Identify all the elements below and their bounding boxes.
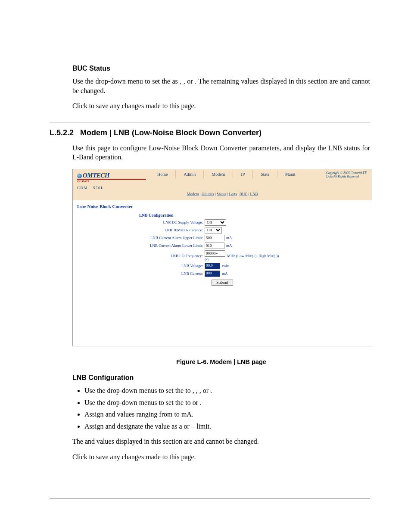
lnb-config-heading: LNB Configuration <box>72 374 370 382</box>
copyright-text: Copyright © 2005 Comtech EF Data All Rig… <box>326 169 372 179</box>
unit-lo-freq: MHz (Low Mix(+), High Mix(-)) <box>227 254 279 258</box>
tab-admin[interactable]: Admin <box>176 170 204 178</box>
list-item: Assign and values ranging from to mA. <box>84 410 370 419</box>
subnav-lnb[interactable]: LNB <box>250 192 258 196</box>
logo-block: OMTECH EF DATA CDM - 570L <box>73 169 149 192</box>
label-alarm-upper: LNB Current Alarm Upper Limit: <box>130 236 205 240</box>
section-heading-l522: L.5.2.2 Modem | LNB (Low-Noise Block Dow… <box>50 128 370 137</box>
buc-status-paragraph-1: Use the drop-down menu to set the as , ,… <box>72 77 370 95</box>
list-item: Assign and designate the value as a or –… <box>84 422 370 431</box>
subnav-modem[interactable]: Modem <box>187 192 199 196</box>
input-alarm-lower[interactable] <box>205 243 224 249</box>
unit-lnb-voltage: volts <box>222 264 230 268</box>
input-alarm-upper[interactable] <box>205 235 224 241</box>
list-item: Use the drop-down menus to set the to or… <box>84 398 370 408</box>
sub-nav: Modem | Utilities | Status | Logs | BUC … <box>73 192 372 200</box>
section-divider <box>50 122 370 122</box>
tab-stats[interactable]: Stats <box>253 170 277 178</box>
input-lo-freq[interactable] <box>205 250 225 257</box>
readonly-lnb-current: 000 <box>205 271 220 277</box>
subnav-buc[interactable]: BUC <box>240 192 248 196</box>
lnb-paragraph-2: Click to save any changes made to this p… <box>72 452 370 462</box>
logo-globe-icon <box>77 174 82 178</box>
tab-modem[interactable]: Modem <box>204 170 233 178</box>
webui-window: OMTECH EF DATA CDM - 570L Home Admin Mod… <box>72 169 372 346</box>
list-item: Use the drop-down menus to set the to , … <box>84 386 370 395</box>
webui-page-title: Low Noise Block Converter <box>77 204 367 209</box>
select-10mhz-ref[interactable]: Off <box>205 227 222 233</box>
unit-lnb-current: mA <box>222 271 228 276</box>
unit-alarm-lower: mA <box>226 243 232 248</box>
submit-button[interactable]: Submit <box>212 280 233 286</box>
lnb-paragraph-1: The and values displayed in this section… <box>72 437 370 446</box>
label-lnb-voltage: LNB Voltage: <box>130 264 205 268</box>
subnav-status[interactable]: Status <box>217 192 226 196</box>
readonly-lnb-voltage: 00.0 <box>205 263 220 269</box>
figure-l6: OMTECH EF DATA CDM - 570L Home Admin Mod… <box>72 169 370 346</box>
hint-lo-freq: (-) <box>205 257 209 261</box>
figure-caption: Figure L-6. Modem | LNB page <box>72 358 370 365</box>
buc-status-heading: BUC Status <box>72 65 370 72</box>
intro-paragraph: Use this page to configure Low-Noise Blo… <box>72 143 370 162</box>
label-dc-supply: LNB DC Supply Voltage: <box>130 220 205 224</box>
form-title: LNB Configuration <box>139 213 315 218</box>
tab-home[interactable]: Home <box>149 170 176 178</box>
label-lo-freq: LNB LO Frequency: <box>130 254 205 258</box>
label-10mhz-ref: LNB 10MHz Reference: <box>130 228 205 232</box>
label-lnb-current: LNB Current: <box>130 271 205 276</box>
select-dc-supply[interactable]: Off <box>205 219 226 226</box>
subnav-logs[interactable]: Logs <box>229 192 237 196</box>
tab-maint[interactable]: Maint <box>277 170 303 178</box>
tab-ip[interactable]: IP <box>233 170 253 178</box>
main-tabs: Home Admin Modem IP Stats Maint <box>149 170 326 178</box>
subnav-utilities[interactable]: Utilities <box>202 192 214 196</box>
unit-alarm-upper: mA <box>226 236 232 240</box>
label-alarm-lower: LNB Current Alarm Lower Limit: <box>130 243 205 248</box>
lnb-config-list: Use the drop-down menus to set the to , … <box>72 386 370 431</box>
footer-rule <box>50 498 370 498</box>
buc-status-paragraph-2: Click to save any changes made to this p… <box>72 101 370 111</box>
